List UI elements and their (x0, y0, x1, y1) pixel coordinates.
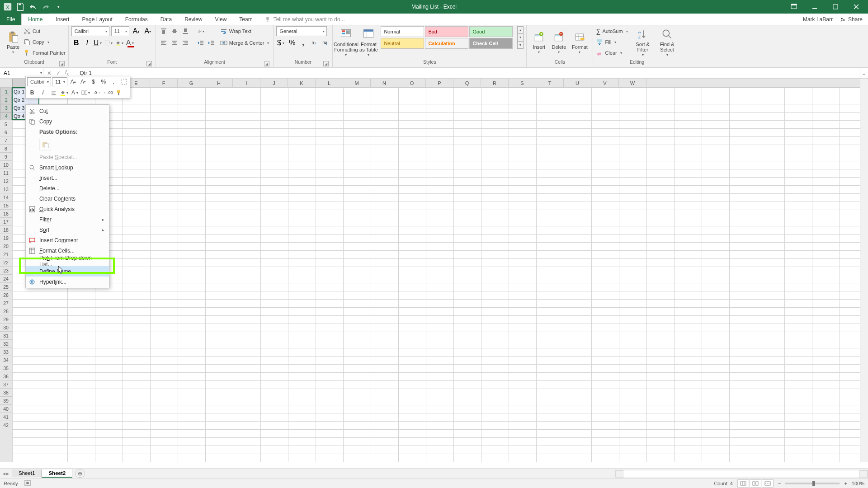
increase-indent-icon[interactable] (207, 38, 217, 48)
row-header-16[interactable]: 16 (0, 210, 12, 218)
ctx-define-name[interactable]: Define Name... (26, 266, 109, 277)
row-header-39[interactable]: 39 (0, 397, 12, 405)
style-good[interactable]: Good (469, 26, 513, 37)
align-left-icon[interactable] (159, 38, 169, 48)
conditional-formatting-button[interactable]: Conditional Formatting▾ (335, 26, 356, 59)
row-header-12[interactable]: 12 (0, 177, 12, 185)
row-header-40[interactable]: 40 (0, 405, 12, 413)
share-button[interactable]: Share (840, 16, 863, 23)
cell-a1[interactable]: Qtr 1 (12, 88, 26, 96)
find-select-button[interactable]: Find & Select▾ (656, 26, 678, 59)
delete-cells-button[interactable]: Delete▾ (549, 26, 568, 59)
ctx-copy[interactable]: Copy (26, 116, 109, 127)
column-headers[interactable]: ABCDEFGHIJKLMNOPQRSTUVW (12, 79, 860, 88)
col-header-j[interactable]: J (260, 79, 288, 87)
mini-inc-decimal-icon[interactable]: .0→ (92, 88, 102, 98)
cell-a3[interactable]: Qtr 3 (12, 104, 26, 112)
row-header-2[interactable]: 2 (0, 96, 12, 104)
format-as-table-button[interactable]: Format as Table▾ (358, 26, 379, 59)
undo-icon[interactable] (28, 2, 38, 12)
sheet-nav[interactable]: ◂▸ (0, 470, 12, 477)
col-header-p[interactable]: P (426, 79, 453, 87)
row-header-8[interactable]: 8 (0, 145, 12, 153)
row-header-36[interactable]: 36 (0, 372, 12, 380)
col-header-i[interactable]: I (233, 79, 260, 87)
col-header-v[interactable]: V (591, 79, 619, 87)
mini-percent-icon[interactable]: % (99, 77, 108, 87)
decrease-decimal-icon[interactable]: .00 (320, 38, 330, 48)
gallery-scroll[interactable]: ▴▾▾ (517, 26, 524, 49)
tab-file[interactable]: File (0, 14, 21, 25)
mini-align-icon[interactable] (49, 88, 59, 98)
sheet-tab-2[interactable]: Sheet2 (42, 469, 72, 478)
new-sheet-button[interactable]: ⊕ (75, 469, 85, 478)
tab-team[interactable]: Team (233, 14, 259, 25)
paste-button[interactable]: Paste ▾ (3, 26, 24, 59)
row-header-24[interactable]: 24 (0, 275, 12, 283)
cell-styles-gallery[interactable]: Normal Bad Good Neutral Calculation Chec… (381, 26, 516, 49)
autosum-button[interactable]: ∑AutoSum▾ (596, 26, 629, 36)
ctx-paste-default[interactable] (39, 139, 51, 150)
underline-button[interactable]: U▾ (93, 38, 103, 48)
redo-icon[interactable] (41, 2, 51, 12)
font-name-select[interactable]: Calibri▾ (71, 26, 109, 36)
horizontal-scrollbar[interactable] (615, 470, 868, 477)
col-header-m[interactable]: M (343, 79, 371, 87)
tab-formulas[interactable]: Formulas (119, 14, 154, 25)
zoom-in-icon[interactable]: + (844, 481, 847, 486)
tell-me-search[interactable]: Tell me what you want to do... (259, 14, 345, 25)
row-header-38[interactable]: 38 (0, 389, 12, 397)
row-header-29[interactable]: 29 (0, 315, 12, 324)
comma-format-icon[interactable]: , (298, 38, 308, 48)
row-header-9[interactable]: 9 (0, 153, 12, 161)
row-header-30[interactable]: 30 (0, 324, 12, 332)
tab-home[interactable]: Home (21, 14, 49, 25)
col-header-g[interactable]: G (178, 79, 205, 87)
row-headers[interactable]: 1234567891011121314151617181920212223242… (0, 88, 12, 462)
ctx-insert[interactable]: Insert... (26, 173, 109, 183)
italic-button[interactable]: I (82, 38, 92, 48)
worksheet-grid[interactable]: ABCDEFGHIJKLMNOPQRSTUVW 1234567891011121… (0, 79, 868, 470)
insert-cells-button[interactable]: Insert▾ (529, 26, 548, 59)
row-header-41[interactable]: 41 (0, 413, 12, 421)
style-calculation[interactable]: Calculation (425, 38, 468, 49)
percent-format-icon[interactable]: % (287, 38, 297, 48)
col-header-l[interactable]: L (316, 79, 343, 87)
formula-value[interactable]: Qtr 1 (80, 70, 92, 76)
tab-data[interactable]: Data (154, 14, 178, 25)
zoom-slider[interactable] (785, 483, 840, 484)
orientation-icon[interactable]: ab▾ (196, 26, 206, 36)
decrease-indent-icon[interactable] (196, 38, 206, 48)
col-header-t[interactable]: T (536, 79, 564, 87)
row-header-37[interactable]: 37 (0, 380, 12, 389)
ctx-filter[interactable]: Filter▸ (26, 214, 109, 225)
row-header-31[interactable]: 31 (0, 332, 12, 340)
mini-dec-decimal-icon[interactable]: ←.00 (103, 88, 113, 98)
sort-filter-button[interactable]: AZSort & Filter▾ (632, 26, 654, 59)
row-header-7[interactable]: 7 (0, 136, 12, 145)
ctx-hyperlink[interactable]: Hyperlink... (26, 277, 109, 287)
alignment-launcher[interactable]: ◢ (264, 61, 269, 66)
row-header-17[interactable]: 17 (0, 218, 12, 226)
mini-font-color-icon[interactable]: A▾ (71, 88, 80, 98)
align-top-icon[interactable] (159, 26, 169, 36)
row-header-13[interactable]: 13 (0, 185, 12, 193)
row-header-42[interactable]: 42 (0, 421, 12, 429)
tab-insert[interactable]: Insert (49, 14, 75, 25)
font-launcher[interactable]: ◢ (146, 61, 152, 66)
font-size-select[interactable]: 11▾ (111, 26, 129, 36)
row-header-25[interactable]: 25 (0, 283, 12, 291)
row-header-27[interactable]: 27 (0, 299, 12, 307)
cell-a4[interactable]: Qtr 4 (12, 112, 26, 120)
ctx-clear-contents[interactable]: Clear Contents (26, 193, 109, 204)
number-format-select[interactable]: General▾ (276, 26, 327, 36)
cells-area[interactable]: Qtr 1 Qtr 2 Qtr 3 Qtr 4 (12, 88, 860, 462)
decrease-font-icon[interactable]: A▾ (143, 26, 153, 36)
col-header-u[interactable]: U (564, 79, 591, 87)
col-header-r[interactable]: R (481, 79, 509, 87)
row-header-23[interactable]: 23 (0, 267, 12, 275)
ctx-pick-from-list[interactable]: Pick From Drop-down List... (26, 256, 109, 266)
row-header-20[interactable]: 20 (0, 242, 12, 250)
row-header-22[interactable]: 22 (0, 258, 12, 267)
sheet-tab-1[interactable]: Sheet1 (12, 469, 42, 477)
